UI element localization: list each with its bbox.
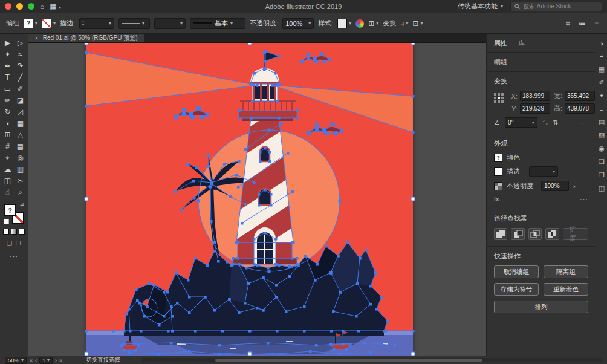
- style-swatch-dropdown[interactable]: ▾: [337, 19, 351, 28]
- appearance-panel-icon[interactable]: ◉: [599, 145, 605, 152]
- tool-mesh[interactable]: #: [1, 140, 14, 152]
- scrollbar-thumb[interactable]: [215, 359, 482, 362]
- swap-fill-stroke-icon[interactable]: ⇄: [20, 202, 24, 207]
- swatches-panel-icon[interactable]: ▦: [599, 65, 605, 73]
- tool-perspective-grid[interactable]: △: [14, 129, 27, 140]
- draw-behind-icon[interactable]: ❐: [16, 240, 21, 247]
- pathfinder-unite-button[interactable]: [494, 228, 507, 240]
- save-as-symbol-button[interactable]: 存储为符号: [494, 283, 539, 296]
- tool-scale[interactable]: ◿: [14, 106, 27, 117]
- tool-slice[interactable]: ✂: [14, 175, 27, 186]
- reference-point-locator[interactable]: [494, 93, 504, 103]
- draw-normal-icon[interactable]: ❏: [7, 240, 12, 247]
- tool-gradient[interactable]: ▤: [14, 140, 27, 152]
- tool-direct-selection[interactable]: ▷: [14, 37, 27, 48]
- w-field[interactable]: [565, 91, 595, 101]
- flip-vertical-icon[interactable]: ⇅: [553, 119, 558, 126]
- opacity-field[interactable]: 100%: [541, 181, 569, 191]
- layers-panel-icon[interactable]: ❐: [599, 171, 605, 179]
- pathfinder-intersect-button[interactable]: [528, 228, 542, 240]
- horizontal-scrollbar[interactable]: [141, 358, 602, 362]
- expand-button[interactable]: 扩展: [563, 228, 588, 240]
- tool-eyedropper[interactable]: ⌖: [1, 152, 14, 163]
- gradient-panel-icon[interactable]: ▤: [599, 118, 605, 126]
- tool-type[interactable]: T: [1, 71, 14, 83]
- none-button[interactable]: [19, 229, 25, 235]
- close-window-button[interactable]: [5, 3, 11, 10]
- stroke-weight-field[interactable]: ▴▾ ▾: [79, 18, 114, 29]
- transform-more-options[interactable]: ···: [580, 119, 588, 126]
- tool-selection[interactable]: ▶: [1, 37, 14, 48]
- tab-libraries[interactable]: 库: [518, 39, 525, 48]
- next-artboard-button[interactable]: ›: [55, 357, 57, 363]
- opacity-dropdown[interactable]: 100% ▾: [282, 18, 314, 29]
- tool-pencil[interactable]: ✏: [1, 94, 14, 106]
- tool-eraser[interactable]: ◪: [14, 94, 27, 106]
- tool-rectangle[interactable]: ▭: [1, 83, 14, 94]
- align-options[interactable]: ⊞ ▾: [368, 20, 378, 27]
- default-fill-stroke-icon[interactable]: [4, 219, 9, 224]
- recolor-artwork-icon[interactable]: [355, 19, 364, 28]
- tool-paintbrush[interactable]: ✐: [14, 83, 27, 94]
- fill-color-swatch[interactable]: ? ▾: [24, 19, 37, 28]
- tool-line-segment[interactable]: ╱: [14, 71, 27, 83]
- color-panel-icon[interactable]: ◑: [600, 40, 604, 47]
- tool-free-transform[interactable]: ▦: [14, 117, 27, 129]
- first-artboard-button[interactable]: «: [30, 357, 33, 363]
- workspace-switcher[interactable]: 传统基本功能 ▾: [458, 2, 503, 11]
- tab-properties[interactable]: 属性: [494, 39, 507, 48]
- zoom-dropdown[interactable]: 50% ▾: [5, 357, 27, 364]
- tool-symbol-sprayer[interactable]: ☁: [1, 163, 14, 175]
- color-button[interactable]: [3, 229, 9, 235]
- tool-zoom[interactable]: ⌕: [14, 186, 27, 198]
- tool-shape-builder[interactable]: ⊞: [1, 129, 14, 140]
- y-field[interactable]: [520, 103, 550, 114]
- pathfinder-exclude-button[interactable]: [545, 228, 559, 240]
- width-profile-dropdown[interactable]: ▾: [118, 18, 150, 29]
- fill-stroke-indicator[interactable]: ? ⇄: [4, 203, 24, 224]
- tool-width[interactable]: ◖: [1, 117, 14, 129]
- tool-rotate[interactable]: ↻: [1, 106, 14, 117]
- stroke-swatch[interactable]: [494, 167, 502, 176]
- panel-menu-icon[interactable]: ≡: [594, 19, 599, 28]
- maximize-window-button[interactable]: [28, 3, 34, 10]
- snap-options-icon[interactable]: ⌗: [566, 19, 570, 28]
- home-icon[interactable]: ⌂: [40, 3, 44, 10]
- stock-search[interactable]: [510, 2, 602, 11]
- arrange-button[interactable]: 排列: [494, 301, 588, 313]
- last-artboard-button[interactable]: »: [59, 357, 62, 363]
- arrange-options[interactable]: ⫞ ▾: [400, 20, 408, 27]
- symbols-panel-icon[interactable]: ✦: [599, 92, 604, 100]
- opacity-options-icon[interactable]: ›: [573, 183, 576, 190]
- brushes-panel-icon[interactable]: ✐: [599, 79, 604, 86]
- pathfinder-minus-front-button[interactable]: [511, 228, 524, 240]
- tool-artboard[interactable]: ◫: [1, 175, 14, 186]
- tool-curvature[interactable]: ↷: [14, 60, 27, 71]
- tool-column-graph[interactable]: ▥: [14, 163, 27, 175]
- guides-icon[interactable]: ≔: [579, 19, 586, 28]
- isolate-group-button[interactable]: 隔离组: [544, 265, 588, 278]
- minimize-window-button[interactable]: [16, 3, 23, 10]
- isolate-options[interactable]: ⊡ ▾: [412, 20, 423, 27]
- pasteboard[interactable]: [28, 43, 486, 356]
- tool-lasso[interactable]: ≈: [14, 48, 27, 60]
- rotation-dropdown[interactable]: 0° ▾: [505, 117, 537, 128]
- artboard-number-dropdown[interactable]: 1 ▾: [39, 357, 53, 364]
- app-grid-icon[interactable]: ▦ ▾: [50, 3, 61, 10]
- color-guide-panel-icon[interactable]: ◓: [600, 53, 604, 60]
- tool-blend[interactable]: ◎: [14, 152, 27, 163]
- recolor-button[interactable]: 重新着色: [544, 283, 588, 296]
- stepper-icon[interactable]: ▴▾: [82, 20, 84, 27]
- fx-button[interactable]: fx.: [494, 195, 501, 203]
- stroke-weight-dropdown[interactable]: ▾: [529, 166, 558, 177]
- gradient-button[interactable]: [11, 229, 17, 235]
- previous-artboard-button[interactable]: ‹: [35, 357, 37, 363]
- flip-horizontal-icon[interactable]: ⇋: [542, 119, 548, 126]
- tool-pen[interactable]: ✒: [1, 60, 14, 71]
- edit-toolbar-button[interactable]: ···: [10, 253, 18, 260]
- tool-magic-wand[interactable]: ✦: [1, 48, 14, 60]
- brush-definition-dropdown[interactable]: ▾: [154, 18, 186, 29]
- fill-swatch[interactable]: ?: [4, 204, 16, 216]
- h-field[interactable]: [565, 103, 595, 114]
- artboard[interactable]: [86, 43, 413, 356]
